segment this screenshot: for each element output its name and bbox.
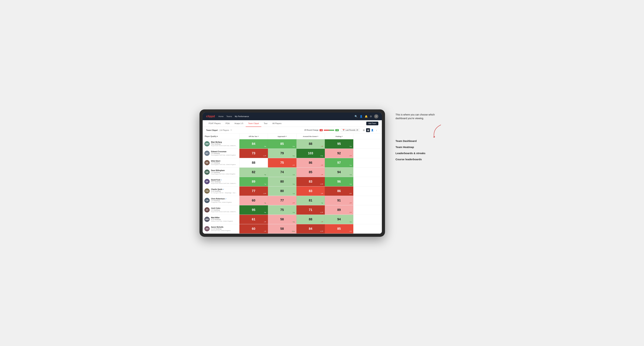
player-rows-container: BMBlair McHargPlus HandicapRoyal North D…	[203, 139, 240, 234]
stat-cell-3-4: 941▲	[325, 168, 353, 177]
add-team-button[interactable]: Add Team	[366, 122, 378, 125]
player-row-9[interactable]: ANAaron Nicholls11-15 HandicapDrift Golf…	[203, 224, 240, 234]
stats-row-8: 61-3▼584▲88-2▼943▲	[240, 215, 382, 224]
calendar-icon: 📅	[342, 129, 344, 131]
nav-my-performance[interactable]: My Performance	[235, 115, 249, 118]
player-name-8: Matt Miller	[211, 217, 238, 219]
player-name-2: Elliot Ebert	[211, 160, 238, 162]
tab-pga[interactable]: PGA	[223, 120, 232, 127]
player-handicap-2: 1-5 Handicap	[211, 162, 238, 164]
player-name-6: Chris Robertson✓	[211, 198, 238, 200]
stat-cell-3-3: 85-3▼	[296, 168, 325, 177]
stats-grid: Off the Tee ▾ Approach ▾ Around the Gree…	[240, 134, 382, 234]
player-row-4[interactable]: DFDavid Ford✓Plus HandicapRoyal North De…	[203, 177, 240, 186]
stat-change-1-2: 9▲	[292, 155, 295, 157]
player-row-8[interactable]: MMMatt Miller6-10 HandicapWoburn Golf Cl…	[203, 215, 240, 224]
stat-change-0-4: 9▲	[350, 146, 352, 147]
stat-change-6-1: 2▲	[264, 202, 266, 204]
stat-change-9-2: 10▲	[292, 230, 295, 232]
player-row-6[interactable]: CRChris Robertson✓1-5 HandicapCraigmilla…	[203, 196, 240, 205]
nav-teams[interactable]: Teams	[226, 115, 232, 118]
stats-row-2: 8875-3▼86-6▼975▲	[240, 158, 382, 168]
stat-cell-7-1: 958▲	[240, 205, 268, 215]
stats-row-6: 602▲77-3▼814▲91-3▼	[240, 196, 382, 205]
player-name-9: Aaron Nicholls	[211, 226, 238, 228]
user-icon[interactable]: 👤	[360, 115, 362, 118]
tab-all-players[interactable]: All Players	[270, 120, 284, 127]
stat-cell-1-1: 73-11▼	[240, 149, 268, 158]
stat-change-1-1: -11▼	[263, 155, 266, 157]
player-club-8: Woburn Golf Club, United Kingdom	[211, 220, 238, 222]
player-handicap-8: 6-10 Handicap	[211, 219, 238, 220]
stat-value-6-4: 91	[337, 199, 341, 202]
player-row-7[interactable]: JCJosh Coles1-5 HandicapRoyal North Devo…	[203, 205, 240, 215]
stat-change-6-4: -3▼	[349, 202, 352, 204]
stat-change-2-4: 5▲	[350, 165, 352, 166]
stat-value-9-2: 58	[280, 227, 284, 231]
player-col-header[interactable]: Player Quality ▾	[203, 134, 240, 139]
round-change-label: 20 Round Change	[304, 129, 318, 131]
stat-value-0-3: 88	[309, 142, 312, 146]
stat-change-7-4: -2▼	[349, 212, 352, 213]
verified-icon-5: ✓	[223, 188, 224, 190]
stat-cell-0-2: 858▲	[268, 139, 296, 149]
top-nav: clippd Home Teams My Performance 🔍 👤 🔔 ⚙…	[203, 113, 382, 120]
player-row-0[interactable]: BMBlair McHargPlus HandicapRoyal North D…	[203, 139, 240, 149]
avatar[interactable]: U	[374, 114, 378, 119]
putting-col-header[interactable]: Putting ▾	[325, 134, 353, 139]
player-info-9: Aaron Nicholls11-15 HandicapDrift Golf C…	[211, 226, 238, 231]
verified-icon-6: ✓	[225, 198, 226, 200]
download-button[interactable]: ↓	[374, 128, 378, 132]
around-green-col-header[interactable]: Around the Green ▾	[296, 134, 325, 139]
stat-value-7-2: 75	[280, 208, 284, 212]
last-rounds-button[interactable]: 📅 Last Rounds: 20	[341, 128, 360, 132]
stat-value-1-1: 73	[252, 152, 255, 155]
annotation-team-heatmap: Team Heatmap	[396, 146, 444, 149]
stat-value-0-2: 85	[280, 142, 284, 146]
stat-value-6-1: 60	[252, 199, 255, 202]
annotation-course-leaderboards: Course leaderboards	[396, 158, 444, 161]
player-info-0: Blair McHargPlus HandicapRoyal North Dev…	[211, 141, 238, 147]
stat-change-8-2: 4▲	[292, 221, 295, 223]
stat-cell-6-2: 77-3▼	[268, 196, 296, 205]
tab-pgat-players[interactable]: PGAT Players	[206, 120, 223, 127]
player-avatar-3: DB	[204, 170, 210, 175]
player-row-3[interactable]: DBDave Billingham1-5 HandicapGog Magog G…	[203, 168, 240, 177]
stat-value-5-4: 86	[337, 189, 341, 193]
player-row-5[interactable]: CQCharlie Quick✓6-10 HandicapSt. George'…	[203, 186, 240, 196]
verified-icon-4: ✓	[221, 179, 222, 181]
list-view-button[interactable]: ▦	[366, 128, 370, 132]
stat-value-4-4: 96	[337, 180, 341, 183]
player-info-5: Charlie Quick✓6-10 HandicapSt. George's …	[211, 188, 238, 194]
off-tee-col-header[interactable]: Off the Tee ▾	[240, 134, 268, 139]
bell-icon[interactable]: 🔔	[365, 115, 368, 118]
player-avatar-1: EC	[204, 151, 210, 156]
player-row-1[interactable]: ECEdward Crossman1-5 HandicapSunningdale…	[203, 149, 240, 158]
stat-change-1-3: 15▲	[320, 155, 324, 157]
person-view-button[interactable]: 👤	[370, 128, 374, 132]
grid-view-button[interactable]: ⊞	[362, 128, 366, 132]
player-club-0: Royal North Devon Golf Club, United King…	[211, 145, 238, 147]
player-name-0: Blair McHarg	[211, 141, 238, 143]
stat-cell-2-3: 86-6▼	[296, 158, 325, 168]
search-icon[interactable]: 🔍	[354, 115, 358, 118]
approach-col-header[interactable]: Approach ▾	[268, 134, 296, 139]
stat-cell-5-1: 77-14▼	[240, 186, 268, 196]
tab-tour[interactable]: Tour	[261, 120, 270, 127]
stat-value-7-4: 89	[337, 208, 341, 212]
table-controls: Team Clippd | 14 Players ✏ 20 Round Chan…	[203, 127, 382, 134]
stat-cell-8-2: 584▲	[268, 215, 296, 224]
stat-cell-4-4: 963▲	[325, 177, 353, 186]
player-club-6: Craigmillar Park, United Kingdom	[211, 201, 238, 203]
edit-icon[interactable]: ✏	[230, 129, 232, 131]
player-row-2[interactable]: EEElliot Ebert1-5 HandicapSunningdale Go…	[203, 158, 240, 168]
nav-links: Home Teams My Performance	[218, 115, 351, 118]
stat-change-8-1: -3▼	[264, 221, 266, 223]
tab-team-clippd[interactable]: Team Clippd	[246, 120, 261, 127]
nav-home[interactable]: Home	[218, 115, 224, 118]
player-name-5: Charlie Quick✓	[211, 188, 238, 190]
tab-hcaps[interactable]: Hcaps 1-5	[232, 120, 246, 127]
settings-icon[interactable]: ⚙	[370, 115, 372, 118]
stat-cell-7-2: 752▲	[268, 205, 296, 215]
page-wrapper: clippd Home Teams My Performance 🔍 👤 🔔 ⚙…	[200, 109, 444, 237]
